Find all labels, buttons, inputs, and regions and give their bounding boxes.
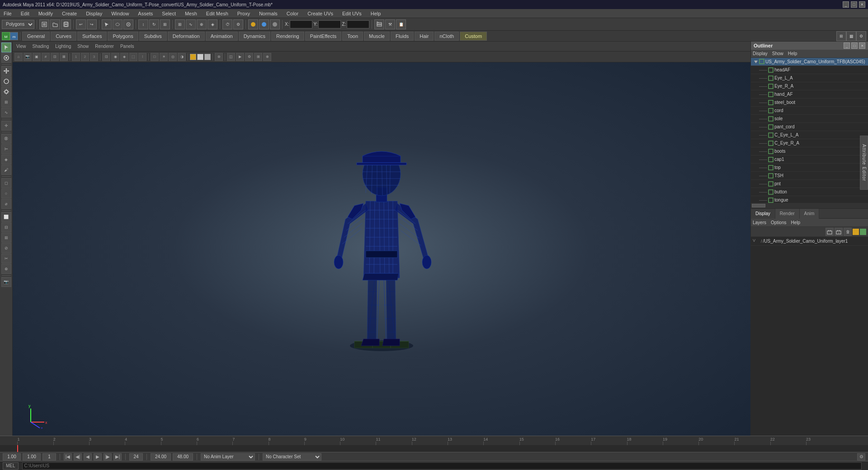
outliner-minimize-button[interactable]: _ — [844, 42, 850, 49]
snap-point-button[interactable]: ⊕ — [197, 19, 207, 29]
isolate-select-button[interactable]: ⊚ — [215, 53, 223, 61]
tree-item-pantcord[interactable]: —— pant_cord — [751, 123, 868, 131]
menu-mesh[interactable]: Mesh — [183, 10, 199, 17]
menu-create-uvs[interactable]: Create UVs — [306, 10, 335, 17]
tree-item-button[interactable]: —— button — [751, 188, 868, 196]
smooth-quality-button[interactable]: 3 — [90, 53, 98, 61]
timeline-track[interactable] — [0, 445, 868, 452]
attr-editor-button[interactable]: 📋 — [396, 19, 406, 29]
menu-select[interactable]: Select — [160, 10, 178, 17]
anim-preferences-button[interactable]: ⚙ — [857, 453, 865, 461]
minimize-button[interactable]: _ — [843, 1, 849, 8]
close-button[interactable]: ✕ — [859, 1, 865, 8]
tab-fluids[interactable]: Fluids — [391, 32, 414, 41]
tree-item-sole[interactable]: —— sole — [751, 115, 868, 123]
tree-item-tsh[interactable]: —— TSH — [751, 172, 868, 180]
render-view-button[interactable]: ▶ — [236, 53, 244, 61]
z-field[interactable] — [347, 20, 369, 28]
paint-selection-button[interactable] — [1, 53, 11, 63]
camera-attribs-button[interactable]: 📷 — [24, 53, 32, 61]
camera-button[interactable]: 📷 — [1, 277, 11, 287]
outliner-maximize-button[interactable]: □ — [851, 42, 858, 49]
tab-painteffects[interactable]: PaintEffects — [305, 32, 342, 41]
outliner-tree[interactable]: US_Army_Soldier_Camo_Uniform_TFB(ASC045)… — [751, 58, 868, 203]
menu-edit[interactable]: Edit — [19, 10, 31, 17]
y-field[interactable] — [318, 20, 341, 28]
cut-faces-button[interactable]: ✂ — [1, 254, 11, 263]
go-to-end-button[interactable]: ▶| — [113, 453, 122, 461]
use-all-lights-button[interactable]: ◎ — [169, 53, 177, 61]
current-frame-input[interactable] — [23, 453, 41, 461]
layer-layers-menu[interactable]: Layers — [753, 220, 766, 225]
soft-mod-button[interactable]: ∿ — [1, 108, 11, 118]
snap-to-grid-vp[interactable]: ⊞ — [254, 53, 262, 61]
menu-proxy[interactable]: Proxy — [236, 10, 252, 17]
tool-settings-button[interactable]: ⚒ — [385, 19, 395, 29]
redo-button[interactable]: ↪ — [87, 19, 97, 29]
shadow-button[interactable]: ◑ — [178, 53, 186, 61]
tab-animation[interactable]: Animation — [206, 32, 238, 41]
layer-tab-render[interactable]: Render — [775, 209, 800, 219]
layer-tab-anim[interactable]: Anim — [800, 209, 820, 219]
snap-surface-button[interactable]: ◈ — [208, 19, 217, 29]
new-scene-button[interactable] — [39, 19, 49, 29]
snap-grid-button[interactable]: ⊞ — [175, 19, 185, 29]
render-button[interactable] — [248, 19, 258, 29]
layer-color1-button[interactable] — [853, 229, 859, 235]
channel-box-button[interactable] — [374, 19, 384, 29]
tab-surfaces[interactable]: Surfaces — [77, 32, 107, 41]
show-manipulator-button[interactable]: ✛ — [1, 121, 11, 131]
tab-curves[interactable]: Curves — [51, 32, 76, 41]
layer-row-item[interactable]: V / /US_Army_Soldier_Camo_Uniform_layer1 — [751, 237, 868, 246]
bounding-box-button[interactable]: ⬚ — [129, 53, 137, 61]
tree-item-eyeRA[interactable]: —— Eye_R_A — [751, 82, 868, 90]
panel-settings-button[interactable]: ⚙ — [856, 31, 866, 41]
bridge-button[interactable]: ⊟ — [1, 222, 11, 232]
command-input[interactable] — [22, 462, 862, 470]
outliner-display-menu[interactable]: Display — [753, 51, 768, 56]
split-poly-button[interactable]: ⊘ — [1, 243, 11, 253]
layer-tab-display[interactable]: Display — [751, 209, 775, 219]
new-layer-button2[interactable]: + — [835, 228, 843, 236]
extrude-button[interactable]: ⬜ — [1, 212, 11, 222]
scale-tool-button[interactable]: ⊞ — [160, 19, 170, 29]
tree-item-cap1[interactable]: —— cap1 — [751, 155, 868, 164]
tree-item-root[interactable]: US_Army_Soldier_Camo_Uniform_TFB(ASC045) — [751, 58, 868, 66]
resolution-gate-button[interactable]: ⊠ — [60, 53, 68, 61]
playback-start-input[interactable] — [151, 453, 171, 461]
viewport-panels-menu[interactable]: Panels — [118, 43, 136, 49]
play-forward-button[interactable]: ▶ — [94, 453, 102, 461]
rotate-button[interactable] — [1, 76, 11, 86]
frame-counter-input[interactable] — [42, 453, 56, 461]
menu-window[interactable]: Window — [109, 10, 131, 17]
paint-select-button[interactable] — [123, 19, 133, 29]
light-color1-button[interactable] — [190, 54, 196, 60]
tab-deformation[interactable]: Deformation — [168, 32, 205, 41]
tree-item-top[interactable]: —— top — [751, 164, 868, 172]
home-camera-button[interactable]: ⌂ — [14, 53, 23, 61]
polygon-cube-button[interactable]: ◻ — [1, 178, 11, 188]
lasso-select-button[interactable] — [113, 19, 123, 29]
play-back-button[interactable]: ◀ — [84, 453, 92, 461]
append-poly-button[interactable]: ⊞ — [1, 233, 11, 243]
light-color2-button[interactable] — [197, 54, 203, 60]
smooth-shade-button[interactable]: ◉ — [111, 53, 119, 61]
polygon-sphere-button[interactable]: ○ — [1, 188, 11, 198]
all-lights-button[interactable]: ☀ — [160, 53, 168, 61]
open-scene-button[interactable] — [50, 19, 60, 29]
tree-item-boots[interactable]: —— boots — [751, 147, 868, 155]
viewport-show-menu[interactable]: Show — [75, 43, 90, 49]
timeline-ruler[interactable]: 1234567891011121314151617181920212223 — [0, 436, 868, 445]
go-to-start-button[interactable]: |◀ — [64, 453, 72, 461]
flat-shade-button[interactable]: ◈ — [120, 53, 128, 61]
tab-custom[interactable]: Custom — [460, 32, 487, 41]
menu-display[interactable]: Display — [84, 10, 104, 17]
outliner-show-menu[interactable]: Show — [772, 51, 783, 56]
scrollbar-thumb-h[interactable] — [752, 204, 765, 207]
menu-file[interactable]: File — [2, 10, 14, 17]
tab-subdivs[interactable]: Subdivs — [139, 32, 167, 41]
paint-weights-button[interactable]: 🖌 — [1, 165, 11, 175]
select-mode-button[interactable] — [1, 42, 11, 52]
tab-general[interactable]: General — [22, 32, 50, 41]
menu-help[interactable]: Help — [369, 10, 383, 17]
